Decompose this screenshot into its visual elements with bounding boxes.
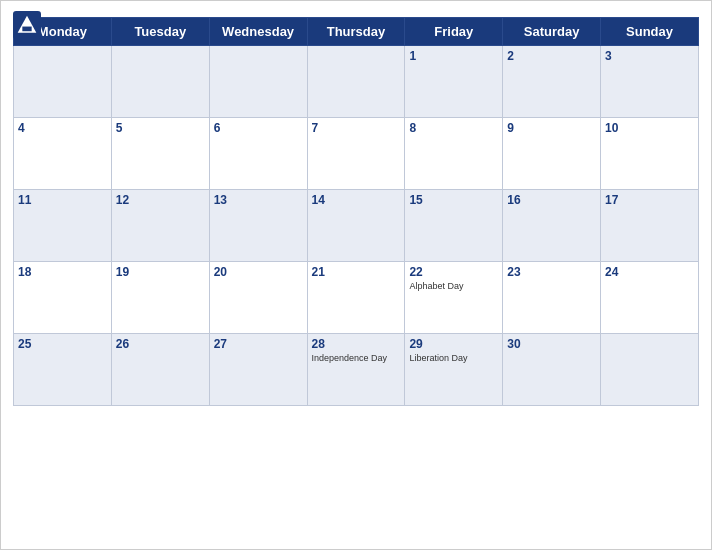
day-cell: 6 — [209, 118, 307, 190]
day-cell: 23 — [503, 262, 601, 334]
day-number: 30 — [507, 337, 596, 351]
day-number: 7 — [312, 121, 401, 135]
weekday-header-wednesday: Wednesday — [209, 18, 307, 46]
day-cell: 8 — [405, 118, 503, 190]
day-number: 4 — [18, 121, 107, 135]
day-cell: 18 — [14, 262, 112, 334]
day-number: 25 — [18, 337, 107, 351]
day-cell: 26 — [111, 334, 209, 406]
weekday-header-thursday: Thursday — [307, 18, 405, 46]
day-cell: 10 — [601, 118, 699, 190]
day-number: 17 — [605, 193, 694, 207]
day-number: 23 — [507, 265, 596, 279]
svg-rect-2 — [22, 27, 31, 32]
day-cell: 9 — [503, 118, 601, 190]
day-number: 19 — [116, 265, 205, 279]
day-number: 1 — [409, 49, 498, 63]
day-cell — [601, 334, 699, 406]
day-number: 18 — [18, 265, 107, 279]
day-cell: 1 — [405, 46, 503, 118]
day-number: 28 — [312, 337, 401, 351]
day-number: 6 — [214, 121, 303, 135]
logo-area — [13, 11, 44, 39]
day-cell: 15 — [405, 190, 503, 262]
day-number: 21 — [312, 265, 401, 279]
day-number: 20 — [214, 265, 303, 279]
day-cell: 25 — [14, 334, 112, 406]
holiday-name: Alphabet Day — [409, 281, 498, 292]
day-cell: 22Alphabet Day — [405, 262, 503, 334]
day-cell — [209, 46, 307, 118]
day-cell: 29Liberation Day — [405, 334, 503, 406]
day-number: 14 — [312, 193, 401, 207]
weekday-header-tuesday: Tuesday — [111, 18, 209, 46]
day-cell: 17 — [601, 190, 699, 262]
day-number: 24 — [605, 265, 694, 279]
day-cell: 19 — [111, 262, 209, 334]
week-row-2: 45678910 — [14, 118, 699, 190]
day-number: 10 — [605, 121, 694, 135]
calendar-container: MondayTuesdayWednesdayThursdayFridaySatu… — [0, 0, 712, 550]
day-cell: 20 — [209, 262, 307, 334]
week-row-5: 25262728Independence Day29Liberation Day… — [14, 334, 699, 406]
day-number: 15 — [409, 193, 498, 207]
holiday-name: Liberation Day — [409, 353, 498, 364]
day-number: 2 — [507, 49, 596, 63]
holiday-name: Independence Day — [312, 353, 401, 364]
weekday-header-saturday: Saturday — [503, 18, 601, 46]
day-cell — [111, 46, 209, 118]
day-number: 8 — [409, 121, 498, 135]
day-cell: 27 — [209, 334, 307, 406]
day-cell: 7 — [307, 118, 405, 190]
day-number: 27 — [214, 337, 303, 351]
week-row-4: 1819202122Alphabet Day2324 — [14, 262, 699, 334]
day-cell: 2 — [503, 46, 601, 118]
day-cell: 28Independence Day — [307, 334, 405, 406]
calendar-grid: MondayTuesdayWednesdayThursdayFridaySatu… — [13, 17, 699, 406]
day-cell: 13 — [209, 190, 307, 262]
week-row-1: 123 — [14, 46, 699, 118]
day-number: 5 — [116, 121, 205, 135]
day-cell: 12 — [111, 190, 209, 262]
day-number: 3 — [605, 49, 694, 63]
weekday-header-sunday: Sunday — [601, 18, 699, 46]
day-cell: 16 — [503, 190, 601, 262]
day-cell: 4 — [14, 118, 112, 190]
day-cell: 14 — [307, 190, 405, 262]
day-cell — [307, 46, 405, 118]
day-number: 26 — [116, 337, 205, 351]
day-cell: 24 — [601, 262, 699, 334]
day-cell: 5 — [111, 118, 209, 190]
day-cell — [14, 46, 112, 118]
day-cell: 11 — [14, 190, 112, 262]
day-cell: 30 — [503, 334, 601, 406]
day-number: 9 — [507, 121, 596, 135]
day-number: 16 — [507, 193, 596, 207]
day-number: 13 — [214, 193, 303, 207]
weekday-header-friday: Friday — [405, 18, 503, 46]
week-row-3: 11121314151617 — [14, 190, 699, 262]
day-cell: 21 — [307, 262, 405, 334]
day-number: 12 — [116, 193, 205, 207]
day-number: 22 — [409, 265, 498, 279]
day-cell: 3 — [601, 46, 699, 118]
day-number: 11 — [18, 193, 107, 207]
weekday-header-row: MondayTuesdayWednesdayThursdayFridaySatu… — [14, 18, 699, 46]
general-blue-logo-icon — [13, 11, 41, 39]
day-number: 29 — [409, 337, 498, 351]
